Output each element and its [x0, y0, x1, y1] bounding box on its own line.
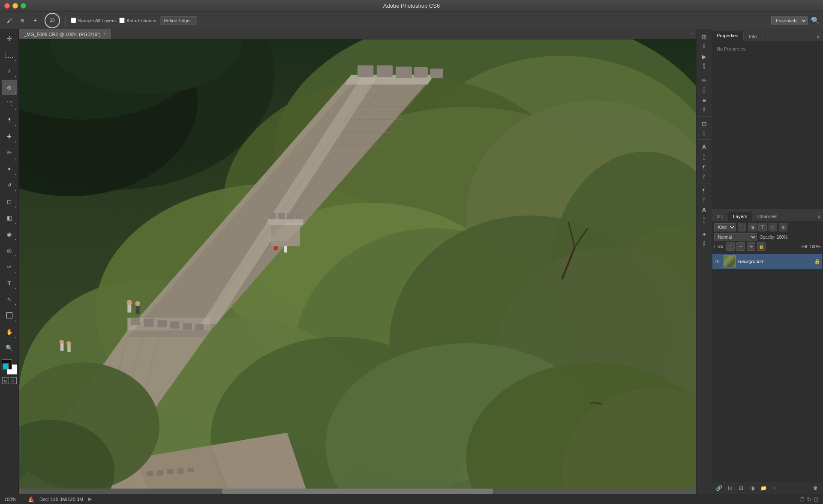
dodge-tool[interactable]: ◎ ▾: [2, 243, 17, 258]
brush-settings-panel-icon[interactable]: ≡ Bru...: [697, 95, 711, 114]
status-separator: |: [21, 497, 23, 502]
auto-enhance-checkbox[interactable]: [119, 18, 125, 23]
right-panel-area: ⊞ Hist... ▶ Acti... ✏ Bru... ≡ Bru...: [696, 29, 823, 494]
delete-layer-btn[interactable]: 🗑: [811, 483, 820, 493]
lasso-tool[interactable]: ℓ ▾: [2, 63, 17, 79]
character-panel-icon[interactable]: A Cha...: [697, 142, 711, 162]
link-layers-btn[interactable]: 🔗: [714, 483, 724, 493]
pen-tool[interactable]: ✑ ▾: [2, 259, 17, 274]
new-layer-btn[interactable]: +: [770, 483, 779, 493]
path-select-tool[interactable]: ↖ ▾: [2, 291, 17, 307]
status-nav-arrow[interactable]: ▶: [88, 496, 92, 502]
filter-pixel-btn[interactable]: ⬛: [738, 223, 746, 231]
layer-visibility-eye[interactable]: 👁: [714, 258, 721, 265]
svg-rect-29: [377, 65, 393, 77]
properties-tab[interactable]: Properties: [712, 31, 744, 41]
crop-tool[interactable]: ⛶ ▾: [2, 96, 17, 111]
kind-select[interactable]: Kind: [714, 223, 736, 231]
lock-pixels-btn[interactable]: ✏: [736, 242, 745, 251]
fill-group: Fill: 100%: [802, 244, 820, 249]
zoom-tool[interactable]: 🔍: [2, 340, 17, 356]
filter-shape-btn[interactable]: □: [769, 223, 777, 231]
new-fill-btn[interactable]: ◑: [748, 483, 757, 493]
maximize-btn[interactable]: [21, 3, 26, 9]
close-btn[interactable]: [4, 3, 10, 9]
toolbar-brush-tool[interactable]: 🖌: [3, 15, 15, 27]
brush-presets-panel-icon[interactable]: ✏ Bru...: [697, 75, 711, 94]
char-styles-panel-icon[interactable]: A Cha...: [697, 205, 711, 225]
brush-tool[interactable]: ✏ ▾: [2, 145, 17, 160]
canvas-hscroll[interactable]: [19, 489, 696, 494]
workspace-select[interactable]: Essentials: [771, 16, 808, 25]
paragraph-styles-panel-icon[interactable]: ¶ Par...: [697, 186, 711, 204]
toolbar-magic-wand[interactable]: ✦: [29, 15, 41, 27]
eyedropper-tool[interactable]: 🖈 ▾: [2, 112, 17, 128]
rotate-view-icon[interactable]: ↻: [807, 496, 812, 503]
3d-tab[interactable]: 3D: [712, 212, 728, 221]
history-brush-tool[interactable]: ↺ ▾: [2, 177, 17, 193]
timeline-icon[interactable]: ⏱: [799, 496, 805, 503]
clone-stamp-tool[interactable]: ✦ ▾: [2, 161, 17, 177]
quick-mask-icon[interactable]: Q: [2, 377, 9, 384]
layer-item-background[interactable]: 👁 Background 🔒: [712, 254, 822, 269]
eraser-tool[interactable]: ◻ ▾: [2, 194, 17, 209]
channels-tab[interactable]: Channels: [752, 212, 782, 221]
app-title: Adobe Photoshop CS6: [383, 3, 440, 9]
gradient-tool[interactable]: ◧ ▾: [2, 210, 17, 225]
info-tab[interactable]: Info: [744, 32, 762, 41]
lock-transparent-btn[interactable]: ⬚: [726, 242, 735, 251]
blend-mode-select[interactable]: Normal: [714, 233, 757, 241]
hscroll-thumb[interactable]: [222, 489, 493, 494]
shape-tool[interactable]: ▾: [2, 308, 17, 323]
layer-lock-icon: 🔒: [814, 258, 820, 264]
layers-panel-menu[interactable]: ≡: [815, 212, 823, 221]
quick-select-tool[interactable]: ⊕ ▾: [2, 80, 17, 95]
canvas-scroll-area[interactable]: [19, 39, 696, 494]
separator: [65, 15, 66, 26]
actions-panel-icon[interactable]: ▶ Acti...: [697, 51, 711, 71]
minimize-btn[interactable]: [12, 3, 18, 9]
sample-all-layers-checkbox[interactable]: [71, 18, 76, 23]
layers-tab[interactable]: Layers: [728, 212, 752, 221]
svg-point-75: [127, 300, 132, 305]
doc-tab[interactable]: _MG_5006.CR2 @ 100% (RGB/16*) ×: [19, 29, 111, 39]
status-bar: 100% | ⛵ Doc: 120.3M/120.3M ▶ ⏱ ↻ ⊡: [0, 494, 823, 504]
opacity-group: Opacity: 100%: [760, 235, 787, 240]
doc-tab-bar: _MG_5006.CR2 @ 100% (RGB/16*) × ≡: [19, 29, 696, 39]
tool-presets-panel-icon[interactable]: ✦ Too...: [697, 229, 711, 249]
props-panel-menu[interactable]: ≡: [814, 32, 823, 41]
paragraph-panel-icon[interactable]: ¶ Par...: [697, 162, 711, 181]
healing-brush-tool[interactable]: ✚ ▾: [2, 129, 17, 144]
workspace-search-icon[interactable]: 🔍: [811, 16, 820, 24]
refine-edge-button[interactable]: Refine Edge...: [160, 16, 198, 25]
lock-row: Lock: ⬚ ✏ ✛ 🔒 Fill: 100%: [714, 242, 820, 251]
filter-smart-btn[interactable]: ⊕: [779, 223, 787, 231]
add-mask-btn[interactable]: ⊡: [736, 483, 746, 493]
brush-size-display[interactable]: 28: [45, 13, 60, 28]
main-content: ✛ ▾ ℓ ▾ ⊕ ▾ ⛶ ▾ 🖈 ▾ ✚ ▾: [0, 29, 823, 494]
type-tool[interactable]: T ▾: [2, 275, 17, 291]
filter-adjust-btn[interactable]: ◑: [748, 223, 757, 231]
auto-enhance-label: Auto-Enhance: [126, 18, 156, 23]
sample-all-layers-label: Sample All Layers: [78, 18, 116, 23]
filter-type-btn[interactable]: T: [758, 223, 767, 231]
svg-point-79: [60, 340, 64, 344]
center-and-right: _MG_5006.CR2 @ 100% (RGB/16*) × ≡: [19, 29, 823, 494]
add-style-btn[interactable]: fx: [725, 483, 735, 493]
blur-tool[interactable]: ◉ ▾: [2, 226, 17, 242]
zoom-fit-icon[interactable]: ⊡: [814, 496, 819, 503]
status-boat-icon[interactable]: ⛵: [28, 496, 34, 502]
lock-position-btn[interactable]: ✛: [747, 242, 755, 251]
toolbar-quick-select[interactable]: ⊕: [16, 15, 28, 27]
move-tool[interactable]: ✛: [2, 31, 17, 46]
screen-mode-icon[interactable]: ⊡: [10, 377, 17, 384]
hand-tool[interactable]: ✋ ▾: [2, 324, 17, 339]
marquee-tool[interactable]: ▾: [2, 47, 17, 63]
lock-all-btn[interactable]: 🔒: [757, 242, 766, 251]
new-group-btn[interactable]: 📁: [759, 483, 768, 493]
clone-source-panel-icon[interactable]: ⊟ Clo...: [697, 119, 711, 138]
panel-icons-strip: ⊞ Hist... ▶ Acti... ✏ Bru... ≡ Bru...: [696, 29, 712, 494]
arrange-docs-btn[interactable]: ≡: [687, 32, 696, 36]
history-panel-icon[interactable]: ⊞ Hist...: [697, 32, 711, 51]
doc-tab-close[interactable]: ×: [103, 32, 106, 36]
